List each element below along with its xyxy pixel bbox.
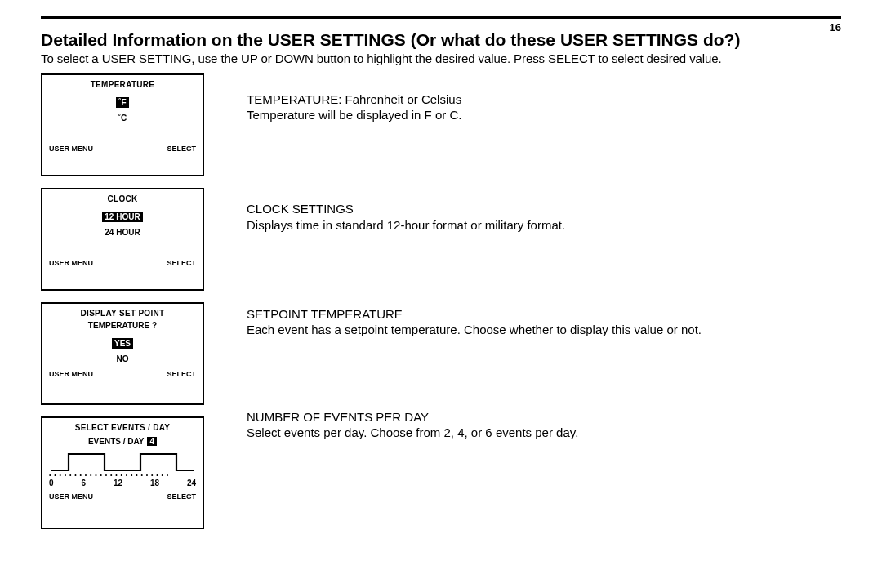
square-wave-icon xyxy=(49,451,196,472)
tick: 6 xyxy=(81,479,86,488)
opt-celsius[interactable]: ˚C xyxy=(116,113,130,123)
tick: 12 xyxy=(114,479,122,488)
desc-clock-body: Displays time in standard 12-hour format… xyxy=(247,218,565,232)
desc-temperature-body: Temperature will be displayed in F or C. xyxy=(247,108,461,122)
desc-clock-heading: CLOCK SETTINGS xyxy=(247,202,354,216)
opt-no[interactable]: NO xyxy=(114,354,131,364)
desc-setpoint: SETPOINT TEMPERATURE Each event has a se… xyxy=(247,306,841,337)
lcd-clock: CLOCK 12 HOUR 24 HOUR USER MENU SELECT xyxy=(41,188,204,291)
top-rule xyxy=(41,16,841,19)
tick: 24 xyxy=(187,479,196,488)
timeline-ticks: 0 6 12 18 24 xyxy=(49,479,196,488)
page-title: Detailed Information on the USER SETTING… xyxy=(41,30,841,50)
lcd-events-title: SELECT EVENTS / DAY xyxy=(49,423,196,432)
opt-yes[interactable]: YES xyxy=(112,338,133,349)
btn-select[interactable]: SELECT xyxy=(167,145,196,153)
desc-temperature-heading: TEMPERATURE: Fahrenheit or Celsius xyxy=(247,92,461,106)
lcd-setpoint-title: DISPLAY SET POINT xyxy=(49,309,196,318)
page-number: 16 xyxy=(830,21,841,33)
opt-24hour[interactable]: 24 HOUR xyxy=(102,227,142,238)
description-column: TEMPERATURE: Fahrenheit or Celsius Tempe… xyxy=(247,74,841,541)
lcd-setpoint: DISPLAY SET POINT TEMPERATURE ? YES NO U… xyxy=(41,302,204,405)
desc-temperature: TEMPERATURE: Fahrenheit or Celsius Tempe… xyxy=(247,91,841,122)
lcd-clock-title: CLOCK xyxy=(49,194,196,203)
events-label: EVENTS / DAY xyxy=(88,437,145,446)
btn-select[interactable]: SELECT xyxy=(167,492,196,501)
tick: 18 xyxy=(150,479,159,488)
timeline-dots: •••••••••••••••••••••••• xyxy=(49,474,196,477)
intro-text: To select a USER SETTING, use the UP or … xyxy=(41,51,841,65)
desc-setpoint-heading: SETPOINT TEMPERATURE xyxy=(247,307,403,321)
btn-select[interactable]: SELECT xyxy=(167,370,196,378)
opt-12hour[interactable]: 12 HOUR xyxy=(102,212,142,222)
lcd-temperature-title: TEMPERATURE xyxy=(49,80,196,89)
events-value[interactable]: 4 xyxy=(147,437,157,446)
desc-events: NUMBER OF EVENTS PER DAY Select events p… xyxy=(247,409,841,440)
lcd-setpoint-subtitle: TEMPERATURE ? xyxy=(49,321,196,330)
lcd-column: TEMPERATURE ˚F ˚C USER MENU SELECT CLOCK… xyxy=(41,74,204,541)
btn-user-menu[interactable]: USER MENU xyxy=(49,259,93,267)
opt-fahrenheit[interactable]: ˚F xyxy=(116,97,128,108)
lcd-temperature: TEMPERATURE ˚F ˚C USER MENU SELECT xyxy=(41,74,204,176)
desc-events-heading: NUMBER OF EVENTS PER DAY xyxy=(247,410,429,424)
lcd-events: SELECT EVENTS / DAY EVENTS / DAY 4 •••••… xyxy=(41,416,204,529)
btn-user-menu[interactable]: USER MENU xyxy=(49,145,93,153)
tick: 0 xyxy=(49,479,54,488)
btn-user-menu[interactable]: USER MENU xyxy=(49,370,93,378)
btn-user-menu[interactable]: USER MENU xyxy=(49,492,93,501)
btn-select[interactable]: SELECT xyxy=(167,259,196,267)
desc-setpoint-body: Each event has a setpoint temperature. C… xyxy=(247,323,702,336)
desc-events-body: Select events per day. Choose from 2, 4,… xyxy=(247,425,578,439)
desc-clock: CLOCK SETTINGS Displays time in standard… xyxy=(247,201,841,232)
